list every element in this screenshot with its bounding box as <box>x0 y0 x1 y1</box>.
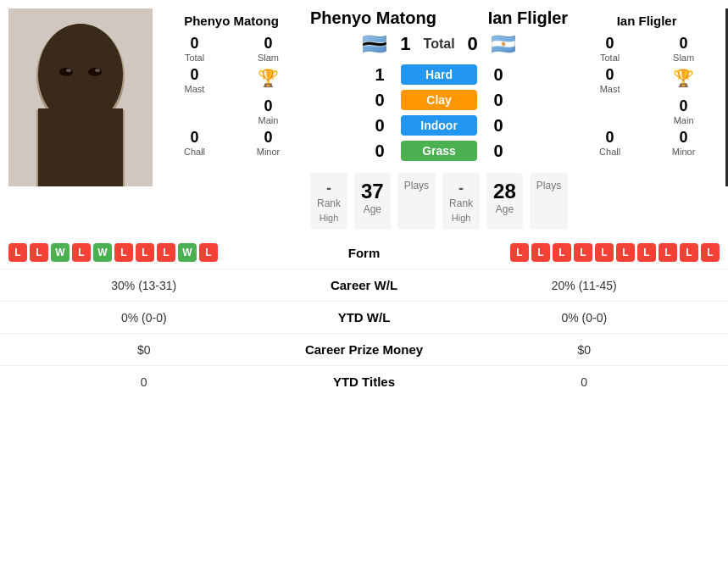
right-plays-label: Plays <box>536 180 561 191</box>
svg-rect-4 <box>38 108 123 186</box>
right-form-badges: L L L L L L L L L L <box>449 243 720 262</box>
total-left-score: 1 <box>400 33 410 55</box>
left-form-7: L <box>136 243 154 262</box>
indoor-surface-button[interactable]: Indoor <box>401 115 477 136</box>
svg-point-6 <box>88 68 102 76</box>
right-form-3: L <box>553 243 571 262</box>
left-career-wl: 30% (13-31) <box>8 279 280 292</box>
right-age-card: 28 Age <box>486 173 523 230</box>
ytd-wl-label: YTD W/L <box>280 310 449 325</box>
rank-cards-row: - Rank High 37 Age Plays - Rank High <box>310 173 568 230</box>
grass-surface-button[interactable]: Grass <box>401 141 477 161</box>
clay-right-score: 0 <box>486 91 511 110</box>
right-minor-stat: 0 Minor <box>648 129 719 157</box>
form-row: L L W L W L L L W L Form L L L L L L L L <box>0 236 728 269</box>
right-name-top: Ian Fligler <box>488 8 568 28</box>
right-chall-stat: 0 Chall <box>575 129 645 157</box>
right-career-prize: $0 <box>449 343 720 357</box>
center-section: Phenyo Matong Ian Fligler 🇧🇼 1 Total 0 🇦… <box>310 8 568 230</box>
left-chall-stat: 0 Chall <box>159 129 230 157</box>
left-plays-label: Plays <box>404 180 429 191</box>
left-form-3: W <box>51 243 69 262</box>
left-plays-card: Plays <box>397 173 436 230</box>
career-wl-row: 30% (13-31) Career W/L 20% (11-45) <box>0 269 728 301</box>
left-player-name: Phenyo Matong <box>159 8 303 31</box>
left-minor-stat: 0 Minor <box>233 129 303 157</box>
clay-left-score: 0 <box>367 91 392 110</box>
ytd-wl-row: 0% (0-0) YTD W/L 0% (0-0) <box>0 301 728 333</box>
ytd-titles-label: YTD Titles <box>280 374 449 389</box>
left-trophy-icon: 🏆 <box>233 66 303 94</box>
indoor-right-score: 0 <box>486 116 511 136</box>
player-comparison: Phenyo Matong 0 Total 0 Slam 0 Mast 🏆 <box>0 0 728 230</box>
left-form-5: W <box>93 243 112 262</box>
right-rank-card: - Rank High <box>442 173 480 230</box>
hard-right-score: 0 <box>486 65 511 85</box>
left-form-1: L <box>8 243 27 262</box>
right-player-name: Ian Fligler <box>575 8 719 31</box>
right-player-info: Ian Fligler 0 Total 0 Slam 0 Mast 🏆 <box>575 8 719 230</box>
right-ytd-wl: 0% (0-0) <box>449 311 720 325</box>
right-plays-card: Plays <box>530 173 568 230</box>
svg-point-5 <box>59 68 73 76</box>
left-mast-stat: 0 Mast <box>159 66 230 94</box>
right-ytd-titles: 0 <box>449 375 720 389</box>
right-rank-high: High <box>452 213 471 223</box>
right-form-9: L <box>680 243 698 262</box>
left-career-prize: $0 <box>8 343 280 357</box>
bottom-stats: L L W L W L L L W L Form L L L L L L L L <box>0 236 728 397</box>
right-rank-label: Rank <box>449 197 473 209</box>
right-slam-stat: 0 Slam <box>648 35 719 63</box>
right-form-7: L <box>637 243 656 262</box>
career-prize-label: Career Prize Money <box>280 342 449 357</box>
left-rank-value: - <box>326 180 331 197</box>
grass-right-score: 0 <box>486 141 511 161</box>
left-age-label: Age <box>364 203 381 215</box>
clay-surface-button[interactable]: Clay <box>401 90 477 110</box>
left-stats-grid: 0 Total 0 Slam 0 Mast 🏆 0 Main <box>159 35 303 157</box>
right-age-value: 28 <box>493 180 516 203</box>
total-right-score: 0 <box>468 33 478 55</box>
left-form-badges: L L W L W L L L W L <box>8 243 280 262</box>
left-rank-high: High <box>320 213 339 223</box>
right-form-10: L <box>701 243 720 262</box>
right-age-label: Age <box>496 203 514 215</box>
total-score-row: 🇧🇼 1 Total 0 🇦🇷 <box>310 32 568 56</box>
left-form-2: L <box>30 243 48 262</box>
left-main-stat: 0 Main <box>233 97 303 125</box>
grass-score-row: 0 Grass 0 <box>310 141 568 161</box>
clay-score-row: 0 Clay 0 <box>310 90 568 110</box>
main-container: Phenyo Matong 0 Total 0 Slam 0 Mast 🏆 <box>0 0 728 397</box>
left-age-card: 37 Age <box>354 173 391 230</box>
names-flags-row: Phenyo Matong Ian Fligler <box>310 8 568 32</box>
left-slam-stat: 0 Slam <box>233 35 303 63</box>
left-ytd-titles: 0 <box>8 375 280 389</box>
right-rank-value: - <box>458 180 464 197</box>
left-form-9: W <box>178 243 197 262</box>
left-form-4: L <box>72 243 91 262</box>
left-ytd-wl: 0% (0-0) <box>8 311 280 325</box>
indoor-score-row: 0 Indoor 0 <box>310 115 568 136</box>
right-stats-grid: 0 Total 0 Slam 0 Mast 🏆 0 Main <box>575 35 719 157</box>
hard-surface-button[interactable]: Hard <box>401 64 477 85</box>
right-total-stat: 0 Total <box>575 35 645 63</box>
grass-left-score: 0 <box>367 141 392 161</box>
hard-score-row: 1 Hard 0 <box>310 64 568 85</box>
total-label: Total <box>424 36 455 52</box>
left-player-photo <box>8 8 153 186</box>
right-form-4: L <box>574 243 592 262</box>
hard-left-score: 1 <box>367 65 392 85</box>
right-form-5: L <box>595 243 614 262</box>
right-form-8: L <box>659 243 677 262</box>
left-age-value: 37 <box>361 180 384 203</box>
left-form-10: L <box>199 243 218 262</box>
indoor-left-score: 0 <box>367 116 392 136</box>
left-flag: 🇧🇼 <box>362 32 387 56</box>
left-rank-label: Rank <box>317 197 341 209</box>
right-form-1: L <box>510 243 529 262</box>
right-form-6: L <box>616 243 635 262</box>
left-total-stat: 0 Total <box>159 35 230 63</box>
right-career-wl: 20% (11-45) <box>449 279 720 292</box>
career-wl-label: Career W/L <box>280 278 449 292</box>
right-trophy-icon: 🏆 <box>648 66 719 94</box>
